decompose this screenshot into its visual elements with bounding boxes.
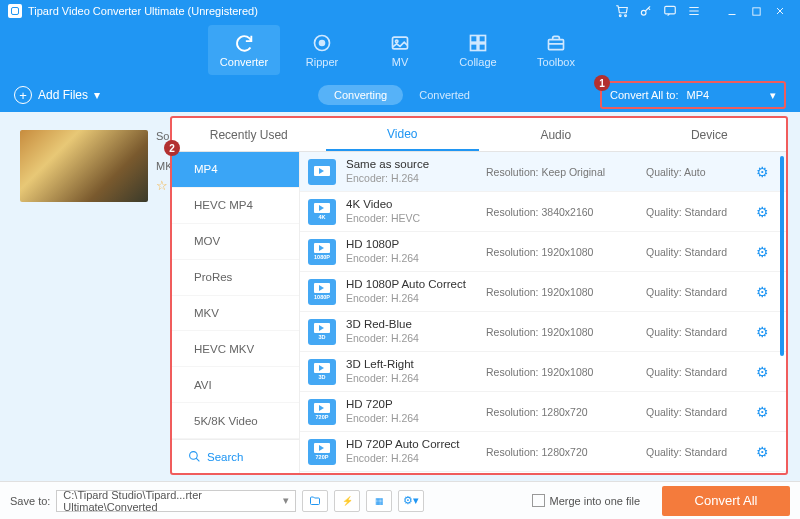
save-to-label: Save to: <box>10 495 50 507</box>
scrollbar[interactable] <box>780 156 784 356</box>
format-quality: Quality: Standard <box>646 326 746 338</box>
gear-icon[interactable]: ⚙ <box>756 244 769 260</box>
save-path-value: C:\Tipard Studio\Tipard...rter Ultimate\… <box>63 489 283 513</box>
gear-icon[interactable]: ⚙ <box>756 164 769 180</box>
gpu-button[interactable]: ▦ <box>366 490 392 512</box>
tab-device[interactable]: Device <box>633 118 787 151</box>
maximize-icon[interactable] <box>747 2 765 20</box>
feedback-icon[interactable] <box>661 2 679 20</box>
format-text: HD 720P Auto Correct Encoder: H.264 <box>346 437 476 466</box>
format-icon: 1080P <box>308 279 336 305</box>
nav-label: Ripper <box>306 56 338 68</box>
svg-point-1 <box>625 15 627 17</box>
app-title: Tipard Video Converter Ultimate (Unregis… <box>28 5 258 17</box>
format-quality: Quality: Auto <box>646 166 746 178</box>
format-resolution: Resolution: 1920x1080 <box>486 286 636 298</box>
sidebar-item-hevc-mp4[interactable]: HEVC MP4 <box>172 188 299 224</box>
hw-accel-button[interactable]: ⚡ <box>334 490 360 512</box>
converter-icon <box>233 32 255 54</box>
sidebar-item-avi[interactable]: AVI <box>172 367 299 403</box>
add-files-button[interactable]: + Add Files ▾ <box>14 86 100 104</box>
svg-rect-10 <box>479 36 486 43</box>
video-thumbnail[interactable] <box>20 130 148 202</box>
settings-button[interactable]: ⚙▾ <box>398 490 424 512</box>
gear-icon[interactable]: ⚙ <box>756 284 769 300</box>
sidebar-item-hevc-mkv[interactable]: HEVC MKV <box>172 331 299 367</box>
format-icon: 3D <box>308 359 336 385</box>
format-text: 4K Video Encoder: HEVC <box>346 197 476 226</box>
format-text: HD 1080P Auto Correct Encoder: H.264 <box>346 277 476 306</box>
format-sidebar: MP4 HEVC MP4 MOV ProRes MKV HEVC MKV AVI… <box>172 152 300 473</box>
sidebar-item-prores[interactable]: ProRes <box>172 260 299 296</box>
sidebar-item-mp4[interactable]: MP4 <box>172 152 299 188</box>
format-text: Same as source Encoder: H.264 <box>346 157 476 186</box>
format-encoder: Encoder: H.264 <box>346 452 476 466</box>
sidebar-item-5k8k[interactable]: 5K/8K Video <box>172 403 299 439</box>
tab-video[interactable]: Video <box>326 118 480 151</box>
tab-recently-used[interactable]: Recently Used <box>172 118 326 151</box>
format-encoder: Encoder: H.264 <box>346 332 476 346</box>
gear-icon[interactable]: ⚙ <box>756 404 769 420</box>
sidebar-search[interactable]: Search <box>172 439 299 473</box>
format-row[interactable]: 720P HD 720P Auto Correct Encoder: H.264… <box>300 432 786 472</box>
merge-checkbox[interactable]: Merge into one file <box>532 494 641 507</box>
nav-toolbox[interactable]: Toolbox <box>520 25 592 75</box>
nav-converter[interactable]: Converter <box>208 25 280 75</box>
gear-icon[interactable]: ⚙ <box>756 364 769 380</box>
nav-collage[interactable]: Collage <box>442 25 514 75</box>
format-encoder: Encoder: H.264 <box>346 252 476 266</box>
format-resolution: Resolution: Keep Original <box>486 166 636 178</box>
cart-icon[interactable] <box>613 2 631 20</box>
format-quality: Quality: Standard <box>646 206 746 218</box>
gear-icon[interactable]: ⚙ <box>756 444 769 460</box>
format-list: Same as source Encoder: H.264 Resolution… <box>300 152 786 473</box>
format-icon: 3D <box>308 319 336 345</box>
format-row[interactable]: 3D 3D Red-Blue Encoder: H.264 Resolution… <box>300 312 786 352</box>
minimize-icon[interactable] <box>723 2 741 20</box>
format-encoder: Encoder: H.264 <box>346 292 476 306</box>
format-quality: Quality: Standard <box>646 446 746 458</box>
format-row[interactable]: 1080P HD 1080P Auto Correct Encoder: H.2… <box>300 272 786 312</box>
tab-converting[interactable]: Converting <box>318 85 403 105</box>
nav-ripper[interactable]: Ripper <box>286 25 358 75</box>
format-encoder: Encoder: H.264 <box>346 372 476 386</box>
save-path-input[interactable]: C:\Tipard Studio\Tipard...rter Ultimate\… <box>56 490 296 512</box>
gear-icon[interactable]: ⚙ <box>756 204 769 220</box>
format-resolution: Resolution: 3840x2160 <box>486 206 636 218</box>
convert-all-button[interactable]: Convert All <box>662 486 790 516</box>
format-row[interactable]: Same as source Encoder: H.264 Resolution… <box>300 152 786 192</box>
nav-label: Toolbox <box>537 56 575 68</box>
plus-icon: + <box>14 86 32 104</box>
sidebar-item-mov[interactable]: MOV <box>172 224 299 260</box>
svg-point-2 <box>641 10 646 15</box>
tab-audio[interactable]: Audio <box>479 118 633 151</box>
format-row[interactable]: 720P HD 720P Encoder: H.264 Resolution: … <box>300 392 786 432</box>
nav-mv[interactable]: MV <box>364 25 436 75</box>
menu-icon[interactable] <box>685 2 703 20</box>
format-encoder: Encoder: H.264 <box>346 412 476 426</box>
key-icon[interactable] <box>637 2 655 20</box>
format-text: 3D Left-Right Encoder: H.264 <box>346 357 476 386</box>
convert-all-dropdown[interactable]: 1 Convert All to: MP4 ▾ <box>600 81 786 109</box>
merge-label: Merge into one file <box>550 495 641 507</box>
format-icon: 4K <box>308 199 336 225</box>
svg-rect-3 <box>665 6 676 14</box>
checkbox-icon <box>532 494 545 507</box>
chevron-down-icon: ▾ <box>770 89 776 102</box>
close-icon[interactable] <box>771 2 789 20</box>
browse-folder-button[interactable] <box>302 490 328 512</box>
annotation-badge-1: 1 <box>594 75 610 91</box>
format-row[interactable]: 1080P HD 1080P Encoder: H.264 Resolution… <box>300 232 786 272</box>
format-quality: Quality: Standard <box>646 286 746 298</box>
format-row[interactable]: 3D 3D Left-Right Encoder: H.264 Resoluti… <box>300 352 786 392</box>
gear-icon[interactable]: ⚙ <box>756 324 769 340</box>
sidebar-item-mkv[interactable]: MKV <box>172 296 299 332</box>
tab-converted[interactable]: Converted <box>407 85 482 105</box>
format-row[interactable]: 4K 4K Video Encoder: HEVC Resolution: 38… <box>300 192 786 232</box>
format-title: Same as source <box>346 157 476 172</box>
format-row[interactable]: 640P ⚙ <box>300 472 786 473</box>
format-resolution: Resolution: 1920x1080 <box>486 366 636 378</box>
format-encoder: Encoder: H.264 <box>346 172 476 186</box>
app-logo-icon <box>8 4 22 18</box>
format-title: HD 720P <box>346 397 476 412</box>
